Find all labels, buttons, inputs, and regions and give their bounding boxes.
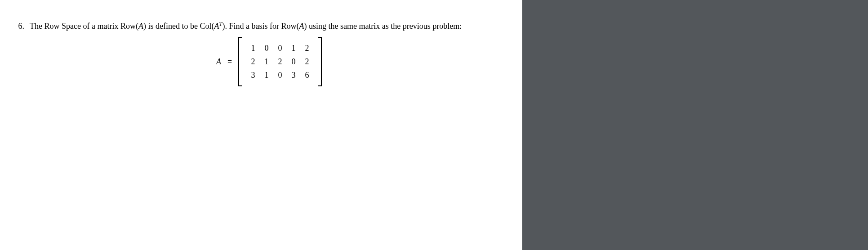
text-segment: ) using the same matrix as the previous … <box>304 22 462 31</box>
math-variable-A: A <box>138 22 143 31</box>
document-page: 6. The Row Space of a matrix Row(A) is d… <box>0 0 522 250</box>
matrix-cell: 2 <box>277 58 283 66</box>
matrix-container: 1 0 0 1 2 2 1 2 0 2 <box>238 37 322 86</box>
matrix-cell: 3 <box>250 71 256 79</box>
matrix-row: 1 0 0 1 2 <box>250 44 310 52</box>
matrix-cell: 1 <box>263 71 270 79</box>
matrix-cell: 0 <box>290 58 297 66</box>
left-bracket <box>238 37 242 86</box>
problem-body: The Row Space of a matrix Row(A) is defi… <box>30 18 508 86</box>
matrix-cell: 0 <box>277 44 283 52</box>
matrix-cell: 6 <box>304 71 310 79</box>
text-segment: ) is defined to be Col( <box>143 22 214 31</box>
matrix-cell: 1 <box>290 44 297 52</box>
matrix-cell: 2 <box>304 44 310 52</box>
matrix-cell: 1 <box>263 58 270 66</box>
matrix-equation: A = 1 0 0 1 2 2 1 <box>30 37 508 86</box>
matrix-cell: 0 <box>277 71 283 79</box>
problem-number: 6. <box>13 18 24 86</box>
matrix-cell: 3 <box>290 71 297 79</box>
viewer-sidebar <box>522 0 868 250</box>
equals-sign: = <box>227 58 232 66</box>
right-bracket <box>318 37 322 86</box>
matrix-row: 2 1 2 0 2 <box>250 58 310 66</box>
matrix-cell: 2 <box>250 58 256 66</box>
problem-item: 6. The Row Space of a matrix Row(A) is d… <box>13 18 508 86</box>
math-variable-A: A <box>214 22 219 31</box>
matrix: 1 0 0 1 2 2 1 2 0 2 <box>243 39 317 85</box>
text-segment: The Row Space of a matrix Row( <box>30 22 138 31</box>
matrix-cell: 0 <box>263 44 270 52</box>
math-variable-A: A <box>299 22 304 31</box>
equation-lhs: A <box>216 58 221 66</box>
matrix-row: 3 1 0 3 6 <box>250 71 310 79</box>
matrix-cell: 2 <box>304 58 310 66</box>
matrix-cell: 1 <box>250 44 256 52</box>
problem-statement: The Row Space of a matrix Row(A) is defi… <box>30 18 508 34</box>
text-segment: ). Find a basis for Row( <box>222 22 299 31</box>
